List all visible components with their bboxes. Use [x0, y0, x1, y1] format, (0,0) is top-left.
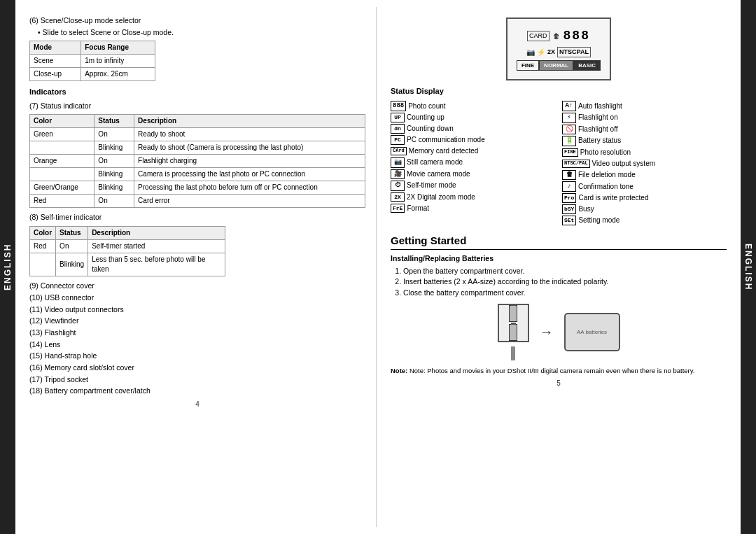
- table-row: Red On Card error: [30, 195, 365, 208]
- status-item: FINE Photo resolution: [562, 147, 727, 158]
- status-symbol: CArd: [391, 147, 407, 155]
- getting-started-title: Getting Started: [391, 233, 727, 250]
- status-label: Battery status: [578, 136, 621, 146]
- list-item: (10) USB connector: [29, 293, 365, 303]
- display-mode-row: FINE NORMAL BASIC: [517, 60, 601, 71]
- display-icons-row: 📷 ⚡ 2X NTSCPAL: [526, 47, 591, 57]
- battery-tip: [511, 304, 516, 306]
- table-row: Blinking Camera is processing the last p…: [30, 168, 365, 181]
- left-page: (6) Scene/Close-up mode selector • Slide…: [19, 7, 377, 527]
- status-item: ⏱ Self-timer mode: [391, 180, 555, 192]
- lcd-number: 888: [564, 27, 590, 45]
- status-right-col: A↑ Auto flashlight ⚡ Flashlight on 🚫 Fla…: [562, 100, 727, 226]
- camera-lcd-display: CARD 🗑 888 📷 ⚡ 2X NTSCPAL FINE NORMAL BA…: [506, 17, 611, 80]
- status-label: Photo resolution: [580, 148, 631, 157]
- installation-steps: Open the battery compartment cover. Inse…: [403, 266, 727, 298]
- battery-tip: [511, 323, 516, 325]
- status-item: 🗑 File deletion mode: [562, 169, 727, 181]
- status-indicator-table: Color Status Description Green On Ready …: [29, 114, 365, 208]
- status-symbol: ⚡: [562, 113, 576, 123]
- camera-label: AA batteries: [577, 328, 607, 336]
- list-item: (11) Video output connectors: [29, 304, 365, 315]
- arrow-right-icon: →: [540, 322, 554, 342]
- status-item: CArd Memory card detected: [391, 146, 555, 157]
- camera-body-image: AA batteries: [564, 313, 620, 351]
- status-symbol: PC: [391, 135, 405, 144]
- status-symbol: UP: [391, 113, 405, 122]
- status-item: ⚡ Flashlight on: [562, 112, 727, 124]
- status-symbol: bSY: [562, 204, 576, 213]
- status-symbol: 2X: [391, 192, 405, 202]
- indicators-heading: Indicators: [29, 87, 365, 97]
- right-page-number: 5: [391, 379, 727, 388]
- status-label: Photo count: [408, 101, 445, 111]
- status-label: Confirmation tone: [578, 182, 634, 192]
- table-row: Green/Orange Blinking Processing the las…: [30, 181, 365, 195]
- fine-mode-btn: FINE: [517, 60, 539, 71]
- status-symbol: 🎥: [391, 169, 405, 180]
- note-content: Note: Photos and movies in your DShot II…: [410, 367, 694, 374]
- status-item: A↑ Auto flashlight: [562, 100, 727, 112]
- list-item: (13) Flashlight: [29, 328, 365, 338]
- table-row: Blinking Ready to shoot (Camera is proce…: [30, 141, 365, 155]
- status-symbol: FrE: [391, 204, 405, 213]
- open-compartment: [498, 304, 529, 342]
- right-english-tab: ENGLISH: [741, 0, 756, 534]
- trash-icon: 🗑: [553, 31, 560, 41]
- status-item: SEt Setting mode: [562, 215, 727, 226]
- status-symbol: dn: [391, 124, 405, 133]
- section6-title: (6) Scene/Close-up mode selector: [29, 15, 365, 26]
- status-symbol: 888: [391, 101, 406, 111]
- status-label: Auto flashlight: [578, 101, 622, 111]
- status-label: 2X Digital zoom mode: [407, 192, 475, 202]
- status-label: Flashlight off: [578, 125, 618, 134]
- status-symbol: 🚫: [562, 125, 576, 135]
- status-symbol: A↑: [562, 101, 576, 111]
- status-symbol: Pro: [562, 193, 576, 202]
- status-item: 2X 2X Digital zoom mode: [391, 192, 555, 203]
- table-row: Orange On Flashlight charging: [30, 155, 365, 168]
- page-container: ENGLISH (6) Scene/Close-up mode selector…: [0, 0, 756, 534]
- focus-range-table: Mode Focus Range Scene 1m to infinity Cl…: [29, 41, 155, 81]
- list-item: (18) Battery compartment cover/latch: [29, 386, 365, 396]
- list-item: Insert batteries (2 x AA-size) according…: [403, 276, 727, 287]
- status-item: 🎥 Movie camera mode: [391, 169, 555, 181]
- status-item: NTSC/PAL Video output system: [562, 158, 727, 169]
- status-symbol: NTSC/PAL: [562, 160, 590, 168]
- status-item: 888 Photo count: [391, 100, 555, 112]
- flash-icon: ⚡: [537, 48, 545, 57]
- status-item: 🔋 Battery status: [562, 135, 727, 147]
- table-row: Close-up Approx. 26cm: [30, 68, 155, 81]
- section-8: (8) Self-timer indicator Color Status De…: [29, 212, 365, 276]
- battery-compartment-open: [498, 304, 529, 360]
- status-symbol: FINE: [562, 148, 578, 157]
- display-top-row: CARD 🗑 888: [527, 27, 590, 45]
- items-list: (9) Connector cover (10) USB connector (…: [29, 281, 365, 396]
- status-item: 🚫 Flashlight off: [562, 124, 727, 136]
- self-timer-table: Color Status Description Red On Self-tim…: [29, 226, 225, 276]
- status-label: Still camera mode: [407, 157, 463, 167]
- status-label: Counting down: [407, 124, 454, 134]
- section-7: (7) Status indicator Color Status Descri…: [29, 101, 365, 209]
- status-label: Counting up: [407, 113, 444, 122]
- status-symbol: ⏱: [391, 181, 405, 191]
- table-row: Green On Ready to shoot: [30, 128, 365, 141]
- status-left-col: 888 Photo count UP Counting up dn Counti…: [391, 100, 555, 226]
- note-bold: Note:: [391, 367, 410, 374]
- right-page: CARD 🗑 888 📷 ⚡ 2X NTSCPAL FINE NORMAL BA…: [380, 7, 737, 527]
- list-item: Close the battery compartment cover.: [403, 288, 727, 298]
- status-symbol: 📷: [391, 157, 405, 168]
- status-item: 📷 Still camera mode: [391, 157, 555, 169]
- status-item: dn Counting down: [391, 123, 555, 134]
- ntscpal-icon: NTSCPAL: [557, 47, 591, 57]
- col-mode: Mode: [30, 41, 81, 55]
- zoom-icon: 2X: [547, 48, 555, 57]
- status-symbol: ♪: [562, 181, 576, 192]
- status-grid: 888 Photo count UP Counting up dn Counti…: [391, 100, 727, 226]
- status-label: Self-timer mode: [407, 181, 456, 190]
- status-label: PC communication mode: [407, 135, 485, 145]
- note-text: Note: Note: Photos and movies in your DS…: [391, 366, 727, 375]
- list-item: (17) Tripod socket: [29, 374, 365, 385]
- status-label: Format: [407, 204, 429, 213]
- status-label: Setting mode: [578, 216, 620, 225]
